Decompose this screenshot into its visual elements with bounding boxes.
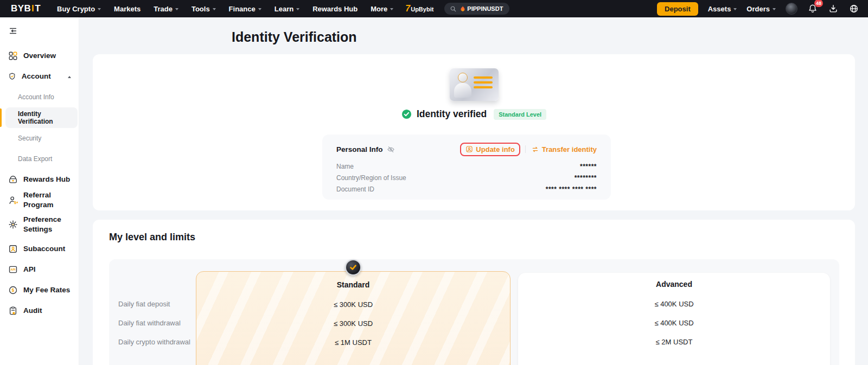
sidebar-item-label: Rewards Hub (23, 175, 73, 184)
avatar[interactable] (786, 3, 797, 15)
nav-tools[interactable]: Tools (192, 5, 216, 13)
tier-value: ≤ 1M USDT (196, 338, 510, 347)
personal-info-panel: Personal Info Update info Transfer (322, 135, 611, 200)
nav-orders[interactable]: Orders (746, 5, 776, 13)
subaccount-icon (8, 244, 18, 254)
globe-icon (849, 4, 859, 14)
sidebar-subitem-data-export[interactable]: Data Export (5, 149, 78, 169)
bybit-app: BYB I T Buy Crypto Markets Trade Tools F… (0, 0, 868, 365)
tier-value: ≤ 2M USDT (518, 338, 830, 346)
personal-info-row: Country/Region of Issue ******** (336, 172, 597, 183)
nav-label: Markets (114, 5, 141, 13)
sidebar-item-account[interactable]: Account (0, 66, 79, 87)
standard-medal-icon (345, 259, 361, 276)
tier-standard-card: Standard ≤ 300K USD ≤ 300K USD ≤ 1M USDT (196, 271, 510, 365)
transfer-identity-button[interactable]: Transfer identity (531, 145, 597, 153)
limit-row-label: Daily fiat withdrawal (118, 319, 181, 327)
sidebar-subitem-label: Identity Verification (18, 110, 78, 125)
bybit-logo[interactable]: BYB I T (11, 3, 41, 14)
limits-table: Daily fiat deposit Daily fiat withdrawal… (109, 259, 839, 365)
nav-label: Orders (746, 5, 770, 13)
nav-learn[interactable]: Learn (275, 5, 299, 13)
nav-label: Learn (275, 5, 293, 13)
chevron-down-icon (98, 8, 101, 10)
collapse-sidebar-button[interactable] (8, 26, 19, 37)
nav-trade[interactable]: Trade (154, 5, 178, 13)
tier-value: ≤ 300K USD (196, 319, 510, 328)
preference-settings-icon (8, 220, 18, 229)
search-input[interactable]: PIPPINUSDT (444, 3, 509, 15)
language-button[interactable] (848, 3, 859, 14)
standard-level-badge: Standard Level (494, 109, 546, 120)
main-nav: Buy Crypto Markets Trade Tools Finance L… (57, 5, 393, 13)
nav-buy-crypto[interactable]: Buy Crypto (57, 5, 101, 13)
update-info-button[interactable]: Update info (465, 145, 515, 153)
collapse-sidebar-icon (8, 26, 18, 36)
nav-markets[interactable]: Markets (114, 5, 141, 13)
rewards-hub-icon (8, 175, 18, 184)
chevron-down-icon (733, 8, 737, 10)
sidebar-subitem-security[interactable]: Security (5, 128, 78, 149)
nav-more[interactable]: More (371, 5, 393, 13)
nav-label: Rewards Hub (312, 5, 358, 13)
upbybit-logo[interactable]: 7 UpBybit (405, 4, 433, 14)
limit-row-label: Daily crypto withdrawal (118, 338, 190, 346)
svg-text:$: $ (12, 287, 15, 293)
tier-name: Standard (196, 280, 510, 289)
row-value-masked: ******** (575, 174, 597, 182)
sidebar-item-label: Audit (23, 306, 73, 316)
sidebar-subitem-identity-verification[interactable]: Identity Verification (5, 107, 78, 128)
limits-title: My level and limits (109, 232, 195, 243)
overview-icon (8, 51, 18, 61)
sidebar-item-subaccount[interactable]: Subaccount (0, 239, 79, 259)
flame-icon (460, 5, 465, 12)
tier-value: ≤ 400K USD (518, 300, 830, 308)
sidebar-item-api[interactable]: API API (0, 259, 79, 280)
id-card-line (474, 76, 493, 79)
id-card-graphic (450, 68, 499, 101)
sidebar-item-my-fee-rates[interactable]: $ My Fee Rates (0, 280, 79, 300)
level-limits-card: My level and limits Daily fiat deposit D… (93, 220, 855, 365)
nav-label: Assets (708, 5, 731, 13)
chevron-down-icon (213, 8, 216, 10)
nav-label: Finance (229, 5, 256, 13)
sidebar-item-overview[interactable]: Overview (0, 46, 79, 66)
notifications-button[interactable]: 48 (807, 3, 818, 14)
chevron-down-icon (296, 8, 299, 10)
nav-finance[interactable]: Finance (229, 5, 261, 13)
transfer-identity-icon (531, 145, 539, 153)
nav-assets[interactable]: Assets (708, 5, 737, 13)
tier-value: ≤ 300K USD (196, 300, 510, 309)
row-label: Name (336, 163, 354, 170)
account-shield-icon (8, 72, 16, 81)
personal-info-row: Name ****** (336, 161, 597, 172)
sidebar-subitem-label: Data Export (18, 155, 52, 163)
svg-text:$+: $+ (14, 200, 18, 205)
search-icon (450, 5, 457, 12)
deposit-button[interactable]: Deposit (657, 2, 698, 16)
nav-right: Deposit Assets Orders 48 (657, 2, 859, 16)
chevron-down-icon (258, 8, 261, 10)
download-icon (828, 4, 838, 14)
sidebar-item-label: Subaccount (23, 244, 73, 254)
sidebar-item-audit[interactable]: Audit (0, 300, 79, 321)
nav-rewards-hub[interactable]: Rewards Hub (312, 5, 358, 13)
sidebar-subitem-label: Security (18, 135, 41, 142)
api-icon: API (8, 265, 18, 274)
row-label: Document ID (336, 185, 374, 193)
sidebar-item-referral-program[interactable]: $+ Referral Program (0, 190, 79, 210)
sidebar-item-rewards-hub[interactable]: Rewards Hub (0, 169, 79, 190)
search-value: PIPPINUSDT (460, 5, 503, 12)
id-card-person-head (458, 73, 468, 82)
sidebar: Overview Account Account Info Identity V… (0, 17, 79, 365)
chevron-down-icon (390, 8, 393, 10)
sidebar-item-label: Referral Program (23, 190, 73, 209)
download-app-button[interactable] (828, 3, 839, 14)
eye-slash-icon[interactable] (387, 145, 395, 153)
row-label: Country/Region of Issue (336, 174, 406, 182)
tier-advanced-card: Advanced ≤ 400K USD ≤ 400K USD ≤ 2M USDT (518, 273, 830, 365)
sidebar-subitem-account-info[interactable]: Account Info (5, 87, 78, 107)
sidebar-item-preference-settings[interactable]: Preference Settings (0, 210, 79, 239)
sidebar-item-label: Account (22, 72, 62, 81)
referral-program-icon: $+ (8, 195, 18, 205)
